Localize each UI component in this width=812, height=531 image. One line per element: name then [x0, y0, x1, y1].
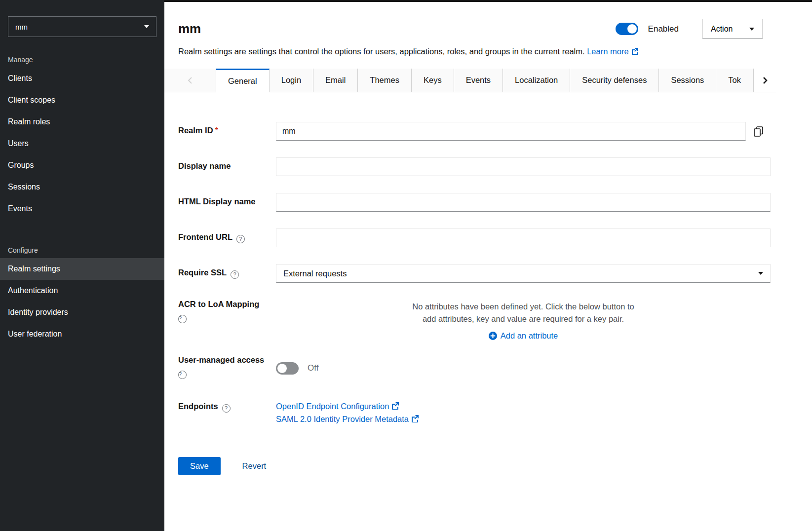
acr-loa-label-text: ACR to LoA Mapping [178, 300, 259, 308]
required-indicator: * [215, 126, 218, 135]
realm-id-input[interactable] [276, 122, 746, 141]
tab-scroll-left-button[interactable] [164, 69, 216, 92]
tab-bar-filler [776, 69, 812, 92]
frontend-url-label-text: Frontend URL [178, 232, 232, 241]
chevron-right-icon [762, 76, 768, 84]
add-attribute-link[interactable]: Add an attribute [276, 331, 771, 341]
external-link-icon [411, 415, 419, 424]
display-name-input[interactable] [276, 157, 771, 176]
html-display-name-input[interactable] [276, 193, 771, 212]
html-display-name-label: HTML Display name [178, 193, 276, 212]
form-row-endpoints: Endpoints? OpenID Endpoint Configuration… [178, 400, 771, 424]
tab-email[interactable]: Email [313, 69, 358, 92]
realm-id-label-text: Realm ID [178, 126, 213, 135]
tab-login[interactable]: Login [270, 69, 313, 92]
form-row-uma: User-managed access ? Off [178, 355, 771, 379]
openid-endpoint-link[interactable]: OpenID Endpoint Configuration [276, 402, 771, 412]
chevron-left-icon [187, 76, 193, 84]
display-name-label: Display name [178, 157, 276, 176]
plus-circle-icon [489, 332, 497, 340]
nav-section-configure: Configure [0, 241, 164, 258]
uma-label: User-managed access ? [178, 355, 276, 379]
tab-sessions[interactable]: Sessions [659, 69, 716, 92]
sidebar-item-user-federation[interactable]: User federation [0, 323, 164, 345]
sidebar-item-client-scopes[interactable]: Client scopes [0, 89, 164, 111]
endpoints-label: Endpoints? [178, 400, 276, 424]
tab-general[interactable]: General [216, 69, 270, 92]
copy-icon [754, 126, 763, 137]
action-label: Action [711, 25, 733, 34]
realm-selector-value: mm [15, 23, 28, 31]
form-row-frontend-url: Frontend URL? [178, 228, 771, 247]
tab-events[interactable]: Events [454, 69, 503, 92]
toggle-knob [277, 364, 287, 373]
sidebar-item-clients[interactable]: Clients [0, 68, 164, 89]
external-link-icon [631, 47, 638, 57]
form-row-display-name: Display name [178, 157, 771, 176]
app-root: mm Manage Clients Client scopes Realm ro… [0, 0, 812, 531]
toggle-knob [627, 24, 637, 34]
require-ssl-select[interactable]: External requests [276, 264, 771, 283]
sidebar-item-realm-settings[interactable]: Realm settings [0, 258, 164, 280]
acr-loa-empty-state: No attributes have been defined yet. Cli… [412, 300, 634, 325]
sidebar-section-gap [0, 220, 164, 241]
realm-header: mm Enabled Action Realm settings are set… [164, 2, 812, 57]
main-content: mm Enabled Action Realm settings are set… [164, 0, 812, 531]
tab-themes[interactable]: Themes [358, 69, 412, 92]
tab-localization[interactable]: Localization [503, 69, 570, 92]
saml-metadata-label: SAML 2.0 Identity Provider Metadata [276, 415, 409, 423]
frontend-url-input[interactable] [276, 228, 771, 247]
general-settings-form: Realm ID* Display name [164, 92, 812, 475]
require-ssl-label-text: Require SSL [178, 268, 227, 277]
revert-button[interactable]: Revert [242, 461, 267, 471]
realm-id-label: Realm ID* [178, 122, 276, 141]
learn-more-link[interactable]: Learn more [587, 47, 638, 56]
enabled-label: Enabled [648, 24, 679, 34]
tab-bar: General Login Email Themes Keys Events L… [164, 69, 812, 92]
help-icon[interactable]: ? [222, 404, 231, 413]
tab-tokens[interactable]: Tok [716, 69, 753, 92]
caret-down-icon [749, 28, 754, 31]
caret-down-icon [758, 272, 763, 275]
uma-state-label: Off [308, 363, 318, 373]
add-attribute-label: Add an attribute [501, 331, 558, 341]
tab-keys[interactable]: Keys [412, 69, 454, 92]
endpoints-label-text: Endpoints [178, 402, 218, 411]
form-row-require-ssl: Require SSL? External requests [178, 264, 771, 283]
uma-label-text: User-managed access [178, 355, 264, 364]
help-icon[interactable]: ? [231, 270, 239, 279]
sidebar-item-sessions[interactable]: Sessions [0, 176, 164, 198]
sidebar-item-events[interactable]: Events [0, 198, 164, 220]
acr-loa-label: ACR to LoA Mapping ? [178, 300, 276, 341]
learn-more-label: Learn more [587, 47, 628, 56]
tab-security-defenses[interactable]: Security defenses [570, 69, 659, 92]
uma-toggle[interactable] [276, 362, 299, 375]
help-icon[interactable]: ? [178, 315, 187, 323]
realm-description: Realm settings are settings that control… [178, 47, 763, 57]
copy-button[interactable] [746, 122, 771, 141]
nav-section-manage: Manage [0, 51, 164, 68]
action-dropdown-button[interactable]: Action [702, 19, 763, 39]
tab-scroll-right-button[interactable] [753, 69, 776, 92]
form-row-acr-loa: ACR to LoA Mapping ? No attributes have … [178, 300, 771, 341]
sidebar-item-realm-roles[interactable]: Realm roles [0, 111, 164, 133]
help-icon[interactable]: ? [236, 235, 245, 243]
form-row-realm-id: Realm ID* [178, 122, 771, 141]
description-text: Realm settings are settings that control… [178, 47, 585, 56]
require-ssl-label: Require SSL? [178, 264, 276, 283]
form-row-html-display-name: HTML Display name [178, 193, 771, 212]
save-button[interactable]: Save [178, 457, 221, 475]
require-ssl-selected-value: External requests [283, 269, 347, 278]
sidebar-item-identity-providers[interactable]: Identity providers [0, 302, 164, 323]
openid-endpoint-label: OpenID Endpoint Configuration [276, 402, 389, 411]
saml-metadata-link[interactable]: SAML 2.0 Identity Provider Metadata [276, 415, 771, 424]
external-link-icon [391, 402, 399, 412]
sidebar-item-users[interactable]: Users [0, 133, 164, 154]
help-icon[interactable]: ? [178, 371, 187, 379]
sidebar-item-authentication[interactable]: Authentication [0, 280, 164, 302]
realm-selector-dropdown[interactable]: mm [8, 16, 156, 37]
chevron-down-icon [144, 25, 149, 28]
sidebar-item-groups[interactable]: Groups [0, 154, 164, 176]
realm-enabled-toggle[interactable] [616, 23, 638, 35]
form-actions: Save Revert [178, 457, 771, 475]
